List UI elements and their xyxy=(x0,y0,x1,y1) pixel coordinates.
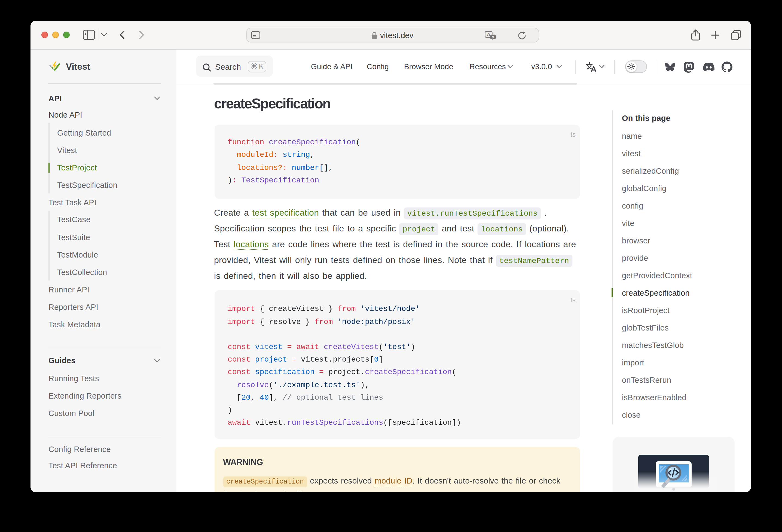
svg-text:x: x xyxy=(492,35,494,39)
svg-text:A: A xyxy=(487,32,490,37)
